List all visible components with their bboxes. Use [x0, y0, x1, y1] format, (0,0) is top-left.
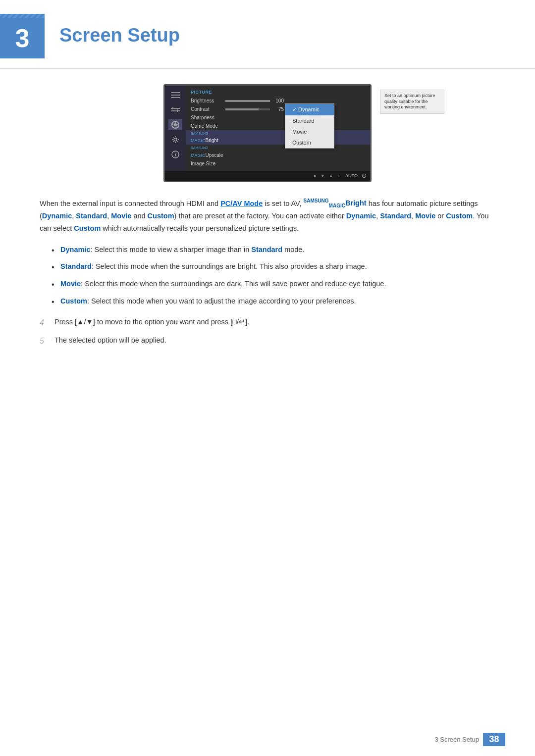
movie-term: Movie — [60, 280, 81, 288]
custom-ref-2: Custom — [446, 212, 473, 220]
bullet-item-dynamic: Dynamic: Select this mode to view a shar… — [54, 244, 495, 256]
standard-ref-1: Standard — [76, 212, 107, 220]
menu-label-magicbright: SAMSUNG MAGICBright — [191, 132, 225, 143]
contrast-value: 75 — [273, 106, 284, 112]
step-5: 5 The selected option will be applied. — [40, 334, 495, 348]
menu-item-imagesize: Image Size — [186, 159, 370, 168]
contrast-bar-fill — [225, 108, 259, 110]
custom-ref-3: Custom — [74, 224, 101, 232]
custom-ref-1: Custom — [148, 212, 174, 220]
step-5-text: The selected option will be applied. — [54, 334, 495, 347]
brightness-bar-fill — [225, 100, 270, 102]
bottom-auto-label: AUTO — [345, 173, 358, 178]
monitor-container: i PICTURE Brightness — [163, 84, 372, 182]
menu-label-sharpness: Sharpness — [191, 115, 225, 120]
menu-item-magicbright: SAMSUNG MAGICBright — [186, 130, 370, 145]
svg-text:i: i — [175, 152, 176, 157]
contrast-bar-bg — [225, 108, 270, 110]
monitor-area: i PICTURE Brightness — [40, 84, 495, 182]
step-5-number: 5 — [40, 334, 54, 348]
bottom-icon-enter: ↵ — [337, 173, 341, 178]
bottom-icon-left: ◄ — [312, 173, 317, 178]
step-4: 4 Press [▲/▼] to move to the option you … — [40, 316, 495, 329]
sidebar-icon-3 — [168, 119, 182, 130]
bottom-icon-down: ▼ — [321, 173, 325, 178]
footer-page-number: 38 — [483, 733, 505, 746]
svg-point-8 — [174, 123, 177, 126]
monitor-inner: i PICTURE Brightness — [165, 86, 370, 171]
page-footer: 3 Screen Setup 38 — [434, 733, 505, 746]
sidebar-icon-gear — [168, 134, 182, 145]
dynamic-ref-1: Dynamic — [42, 212, 72, 220]
standard-term-inline: Standard — [251, 246, 282, 253]
chapter-number-block: 3 — [0, 14, 45, 58]
custom-term: Custom — [60, 297, 87, 305]
submenu-item-standard[interactable]: Standard — [285, 115, 334, 126]
svg-rect-5 — [172, 107, 173, 109]
menu-label-brightness: Brightness — [191, 98, 225, 103]
brightness-bar: 100 — [225, 98, 365, 103]
menu-panel: PICTURE Brightness 100 — [186, 86, 370, 171]
bullet-item-custom: Custom: Select this mode when you want t… — [54, 295, 495, 307]
standard-term: Standard — [60, 262, 92, 270]
svg-rect-1 — [171, 95, 180, 96]
sidebar-icons: i — [165, 86, 186, 171]
svg-rect-2 — [171, 97, 180, 98]
submenu-item-movie[interactable]: Movie — [285, 126, 334, 137]
bullet-item-standard: Standard: Select this mode when the surr… — [54, 260, 495, 273]
sidebar-icon-1 — [168, 90, 182, 101]
tooltip-box: Set to an optimum picture quality suitab… — [380, 90, 444, 114]
sidebar-icon-info: i — [168, 149, 182, 160]
chapter-title: Screen Setup — [54, 14, 180, 46]
bottom-icon-power: ⏻ — [362, 173, 366, 178]
submenu-dropdown: Dynamic Standard Movie Custom — [285, 103, 334, 149]
submenu-item-dynamic[interactable]: Dynamic — [285, 104, 334, 115]
svg-rect-4 — [171, 110, 180, 111]
svg-rect-3 — [171, 108, 180, 109]
dynamic-ref-2: Dynamic — [346, 212, 376, 220]
menu-label-imagesize: Image Size — [191, 161, 225, 166]
menu-item-brightness: Brightness 100 — [186, 97, 370, 105]
samsungmagicbright-ref: SAMSUNGMAGICBright — [303, 199, 366, 207]
menu-section-title: PICTURE — [186, 89, 370, 97]
menu-item-magicupscale: SAMSUNG MAGICUpscale — [186, 145, 370, 159]
bottom-icon-up: ▲ — [329, 173, 333, 178]
pcav-mode-link: PC/AV Mode — [220, 199, 263, 207]
svg-rect-0 — [171, 92, 180, 93]
step-4-number: 4 — [40, 316, 54, 329]
step-4-text: Press [▲/▼] to move to the option you wa… — [54, 316, 495, 328]
bullet-item-movie: Movie: Select this mode when the surroun… — [54, 278, 495, 290]
monitor-bottom-bar: ◄ ▼ ▲ ↵ AUTO ⏻ — [165, 171, 370, 181]
monitor-screen: i PICTURE Brightness — [163, 84, 372, 182]
svg-point-13 — [174, 138, 177, 141]
chapter-number: 3 — [15, 23, 30, 53]
bullet-list: Dynamic: Select this mode to view a shar… — [54, 244, 495, 307]
dynamic-term: Dynamic — [60, 246, 90, 253]
brightness-bar-bg — [225, 100, 270, 102]
menu-item-gamemode: Game Mode — [186, 122, 370, 130]
menu-label-contrast: Contrast — [191, 106, 225, 112]
movie-ref-1: Movie — [111, 212, 131, 220]
main-content: i PICTURE Brightness — [0, 84, 535, 348]
body-paragraph: When the external input is connected thr… — [40, 197, 495, 235]
menu-label-magicupscale: SAMSUNG MAGICUpscale — [191, 146, 225, 157]
standard-ref-2: Standard — [380, 212, 411, 220]
movie-ref-2: Movie — [415, 212, 435, 220]
footer-chapter-label: 3 Screen Setup — [434, 736, 479, 743]
submenu-item-custom[interactable]: Custom — [285, 137, 334, 148]
brightness-value: 100 — [273, 98, 284, 103]
menu-item-contrast: Contrast 75 — [186, 105, 370, 113]
menu-item-sharpness: Sharpness — [186, 113, 370, 122]
menu-label-gamemode: Game Mode — [191, 123, 225, 129]
sidebar-icon-2 — [168, 104, 182, 115]
chapter-header: 3 Screen Setup — [0, 0, 535, 69]
svg-rect-6 — [177, 109, 178, 112]
